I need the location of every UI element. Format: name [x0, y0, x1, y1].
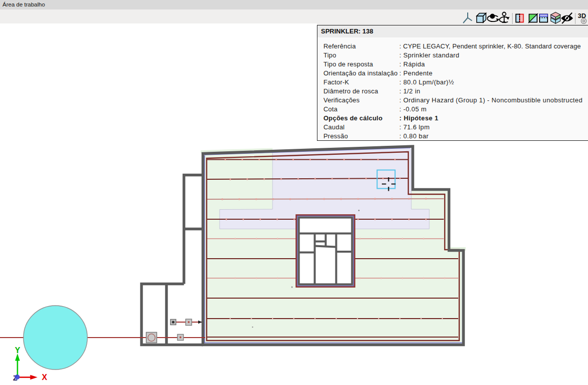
- svg-text:Y: Y: [15, 346, 20, 355]
- svg-text:3D: 3D: [578, 12, 587, 19]
- svg-text:X: X: [42, 373, 47, 382]
